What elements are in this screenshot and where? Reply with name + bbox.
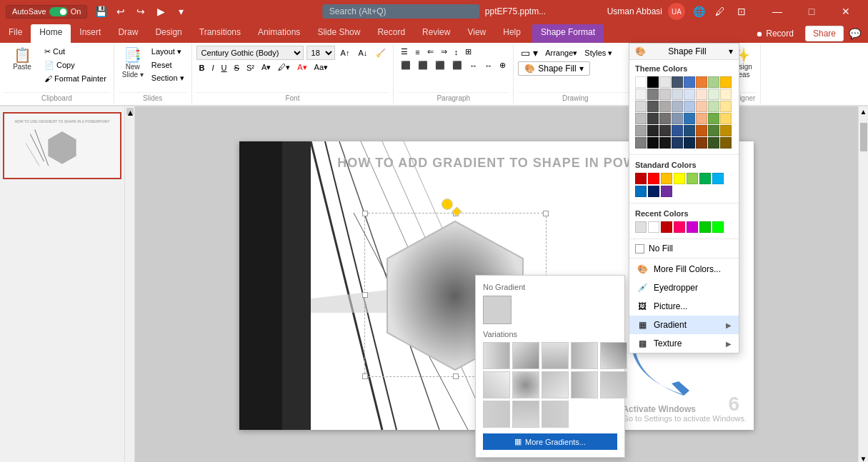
std-color-blue[interactable] [635, 186, 647, 197]
paste-button[interactable]: 📋 Paste [4, 46, 40, 73]
recent-color-6[interactable] [699, 221, 711, 233]
justify-button[interactable]: ⬛ [449, 59, 465, 71]
gradient-item[interactable]: ▦ Gradient ▶ [629, 316, 739, 334]
edge-icon[interactable]: 🌐 [691, 4, 707, 19]
tab-draw[interactable]: Draw [109, 24, 146, 43]
color-swatch[interactable] [635, 89, 647, 100]
highlight-button[interactable]: 🖊▾ [275, 61, 293, 74]
std-color-red[interactable] [648, 173, 659, 184]
change-case-button[interactable]: Aa▾ [311, 61, 331, 74]
no-fill-row[interactable]: No Fill [629, 241, 739, 256]
tab-slideshow[interactable]: Slide Show [309, 24, 369, 43]
recent-color-2[interactable] [648, 221, 659, 233]
align-right-button[interactable]: ⬛ [432, 59, 448, 71]
gradient-var-1[interactable] [483, 342, 510, 369]
autosave-badge[interactable]: AutoSave On [6, 5, 87, 19]
tab-view[interactable]: View [459, 24, 494, 43]
underline-button[interactable]: U [219, 62, 230, 74]
more-fill-colors-item[interactable]: 🎨 More Fill Colors... [629, 260, 739, 278]
color-swatch[interactable] [647, 137, 659, 149]
align-center-button[interactable]: ⬛ [415, 59, 431, 71]
color-swatch[interactable] [647, 125, 659, 136]
color-swatch[interactable] [720, 137, 732, 149]
new-slide-button[interactable]: 📑 NewSlide ▾ [119, 46, 147, 81]
close-button[interactable]: ✕ [829, 0, 862, 23]
std-color-darkred[interactable] [635, 173, 647, 184]
customize-icon[interactable]: ▾ [173, 4, 189, 19]
comments-icon[interactable]: 💬 [847, 26, 862, 41]
color-swatch[interactable] [672, 113, 683, 124]
pen-icon[interactable]: 🖊 [712, 4, 728, 19]
color-swatch[interactable] [708, 113, 719, 124]
color-swatch[interactable] [696, 113, 707, 124]
tab-review[interactable]: Review [414, 24, 459, 43]
color-swatch[interactable] [696, 125, 707, 136]
slide-thumbnail-1[interactable]: 1 HOW TO USE GRADIENT TO SHAPE IN A POWE… [3, 112, 121, 179]
no-fill-checkbox[interactable] [635, 244, 644, 253]
color-swatch[interactable] [635, 125, 647, 136]
color-swatch[interactable] [672, 137, 683, 149]
gradient-var-8[interactable] [542, 371, 569, 398]
increase-indent-button[interactable]: ⇒ [438, 46, 450, 58]
increase-font-button[interactable]: A↑ [338, 47, 353, 59]
bold-button[interactable]: B [196, 62, 208, 74]
tab-animations[interactable]: Animations [249, 24, 309, 43]
recent-color-3[interactable] [661, 221, 672, 233]
redo-icon[interactable]: ↪ [133, 4, 149, 19]
color-swatch[interactable] [659, 76, 671, 88]
tab-insert[interactable]: Insert [71, 24, 109, 43]
undo-icon[interactable]: ↩ [113, 4, 129, 19]
color-swatch[interactable] [684, 125, 695, 136]
color-swatch[interactable] [659, 113, 671, 124]
copy-button[interactable]: 📄 Copy [41, 59, 109, 71]
gradient-var-13[interactable] [542, 401, 569, 428]
gradient-var-11[interactable] [483, 401, 510, 428]
color-swatch[interactable] [696, 76, 707, 88]
gradient-var-9[interactable] [571, 371, 598, 398]
numbered-list-button[interactable]: ≡ [412, 46, 422, 58]
italic-button[interactable]: I [209, 62, 217, 74]
color-swatch[interactable] [720, 113, 732, 124]
color-swatch[interactable] [647, 113, 659, 124]
color-swatch[interactable] [696, 89, 707, 100]
color-swatch[interactable] [635, 76, 647, 88]
picture-item[interactable]: 🖼 Picture... [629, 297, 739, 316]
color-swatch[interactable] [672, 101, 683, 112]
color-swatch[interactable] [647, 76, 659, 88]
scroll-up-right[interactable]: ▲ [860, 108, 867, 116]
tab-transitions[interactable]: Transitions [191, 24, 249, 43]
font-color-button[interactable]: A▾ [259, 61, 274, 74]
color-swatch[interactable] [684, 137, 695, 149]
align-left-button[interactable]: ⬛ [398, 59, 414, 71]
autosave-toggle[interactable] [49, 7, 68, 16]
std-color-yellow[interactable] [674, 173, 685, 184]
color-swatch[interactable] [672, 89, 683, 100]
tab-shape-format[interactable]: Shape Format [532, 24, 604, 43]
recent-color-1[interactable] [635, 221, 647, 233]
color-swatch[interactable] [647, 89, 659, 100]
scroll-up[interactable]: ▲ [126, 108, 134, 115]
tab-file[interactable]: File [0, 24, 31, 43]
color-swatch[interactable] [708, 101, 719, 112]
handle-bc[interactable] [453, 373, 459, 379]
tab-help[interactable]: Help [494, 24, 529, 43]
color-swatch[interactable] [696, 137, 707, 149]
std-color-darkblue[interactable] [648, 186, 659, 197]
minimize-button[interactable]: — [761, 0, 794, 23]
color-swatch[interactable] [708, 76, 719, 88]
reset-button[interactable]: Reset [149, 59, 187, 71]
color-swatch[interactable] [720, 76, 732, 88]
gradient-var-10[interactable] [600, 371, 627, 398]
color-swatch[interactable] [635, 137, 647, 149]
gradient-var-3[interactable] [542, 342, 569, 369]
maximize-button[interactable]: □ [795, 0, 828, 23]
shadow-button[interactable]: S² [244, 62, 257, 74]
arrange-button[interactable]: Arrange▾ [542, 46, 580, 60]
format-painter-button[interactable]: 🖌 Format Painter [41, 73, 109, 84]
std-color-lime[interactable] [687, 173, 698, 184]
layout-button[interactable]: Layout ▾ [149, 46, 187, 58]
color-swatch[interactable] [635, 113, 647, 124]
color-swatch[interactable] [684, 76, 695, 88]
scroll-thumb[interactable] [860, 123, 867, 151]
record-button[interactable]: ⏺ Record [747, 26, 802, 41]
